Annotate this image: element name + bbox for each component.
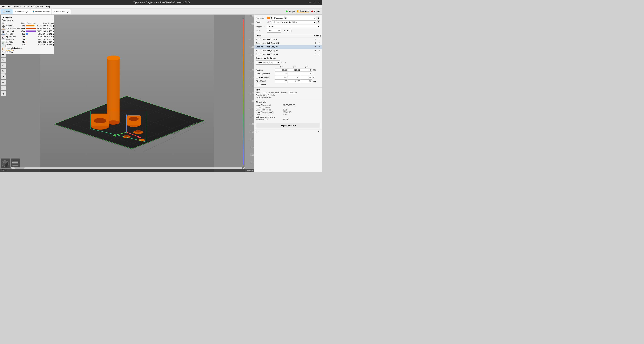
legend-header[interactable]: ▼ Legend <box>2 16 53 18</box>
obj-list-item[interactable]: Spool holder 3mf_Body 03 👁 ↗ <box>254 49 322 52</box>
printer-settings-tab[interactable]: 🖨 Printer Settings <box>52 9 71 14</box>
scale-y-input[interactable] <box>288 76 301 79</box>
h-scrollbar-thumb[interactable] <box>14 167 24 169</box>
y-axis-scale: 92.00 (460) 90.00 85.00 80.00 75.00 70.0… <box>245 14 254 172</box>
sliced-rows: Used Filament (g)19.77 (220.77) (includi… <box>256 104 320 120</box>
obj-list-item[interactable]: Spool holder 3mf_Body 01 👁 ↗ <box>254 37 322 41</box>
menu-help[interactable]: Help <box>45 5 52 8</box>
printer-select[interactable]: Original Prusa MINI & MINI+ <box>272 20 316 24</box>
redo-tool[interactable]: ↪ <box>1 57 6 62</box>
layer-slider[interactable]: ▲ ▼ <box>242 16 245 168</box>
legend-dropdown-icon[interactable]: ▼ <box>51 19 53 21</box>
rotate-tool[interactable]: ↻ <box>1 69 6 74</box>
sliced-value: 15942.12 <box>283 111 291 113</box>
printer-row: Printer: 🖨 🗋 Original Prusa MINI & MINI+… <box>256 20 320 24</box>
obj-eye-icon[interactable]: 👁 <box>314 42 317 44</box>
scale-lock-checkbox[interactable] <box>256 76 258 78</box>
close-button[interactable]: ✕ <box>317 1 321 4</box>
obj-name: Spool holder 3mf_Body 03 <box>256 49 313 51</box>
mode-simple[interactable]: Simple <box>286 10 295 13</box>
position-y-input[interactable] <box>288 68 301 72</box>
scale-x-input[interactable] <box>275 76 288 79</box>
position-z-input[interactable] <box>301 68 312 72</box>
rotate-y-input[interactable] <box>288 72 301 75</box>
inches-checkbox[interactable] <box>258 84 260 86</box>
scale-z-input[interactable] <box>301 76 312 79</box>
obj-edit-icon[interactable]: ↗ <box>318 38 321 41</box>
size-label: Size [World]: <box>256 80 275 82</box>
h-scrollbar[interactable] <box>11 167 245 169</box>
supports-select[interactable]: None <box>267 24 320 28</box>
scroll-right-arrow[interactable]: ▶ <box>242 166 244 169</box>
obj-list-item[interactable]: Spool holder 3mf_Body 03 👁 ↗ <box>254 52 322 56</box>
settings-tool[interactable]: ⚙ <box>1 63 6 68</box>
view-panel[interactable]: ORIGINAL PRUSA MINI <box>0 14 254 172</box>
minimize-button[interactable]: — <box>308 1 312 4</box>
arrange-tool[interactable]: ⊞ <box>1 35 6 40</box>
brim-checkbox[interactable] <box>289 30 292 32</box>
menu-window[interactable]: Window <box>13 5 23 8</box>
coordinate-system-select[interactable]: World coordinates <box>256 60 280 65</box>
scale-tool[interactable]: ⤢ <box>1 74 6 79</box>
print-settings-tab[interactable]: ⚙ Print Settings <box>13 9 30 14</box>
obj-eye-icon[interactable]: 👁 <box>314 38 317 41</box>
obj-name: Spool holder 3mf_Body 01 <box>256 38 313 40</box>
obj-name: Spool holder 3mf_Body 03 <box>256 53 313 55</box>
rotate-z-input[interactable] <box>301 72 312 75</box>
page-indicator: (1) <box>256 131 258 132</box>
obj-eye-icon[interactable]: 👁 <box>314 49 317 52</box>
infill-select[interactable]: 20% <box>267 29 281 32</box>
slider-track[interactable] <box>243 19 244 165</box>
filament-settings-tab[interactable]: 🧵 Filament Settings <box>30 9 52 14</box>
move-tool[interactable]: ✛ <box>1 80 6 85</box>
simple-dot <box>286 10 288 12</box>
sliced-value: 6.63 <box>283 109 287 111</box>
orientation-cube[interactable] <box>1 159 10 168</box>
filament-color-swatch <box>267 17 270 19</box>
sliced-info-row: - normal mode2h33m <box>256 118 320 120</box>
maximize-button[interactable]: □ <box>313 1 316 4</box>
add-object-tool[interactable]: ➕ <box>1 24 6 29</box>
settings-gear-icon[interactable]: ⚙ <box>318 130 320 133</box>
mode-expert[interactable]: Expert <box>311 10 320 13</box>
printer-settings-btn[interactable]: ⚙ <box>316 20 320 24</box>
obj-eye-icon[interactable]: 👁 <box>314 53 317 56</box>
obj-eye-icon[interactable]: 👁 <box>314 45 317 48</box>
obj-list-item[interactable]: Spool holder 3mf_Body 04 2 👁 ↗ <box>254 41 322 45</box>
slider-up-arrow[interactable]: ▲ <box>242 16 244 19</box>
scroll-left-arrow[interactable]: ◀ <box>9 166 11 169</box>
filament-settings-btn[interactable]: ⚙ <box>316 16 320 20</box>
position-x-input[interactable] <box>275 68 288 72</box>
menu-edit[interactable]: Edit <box>6 5 13 8</box>
rotate-x-input[interactable] <box>275 72 288 75</box>
export-gcode-button[interactable]: Export G-code <box>256 123 320 128</box>
obj-edit-icon[interactable]: ↗ <box>318 42 321 44</box>
plater-tab[interactable]: ⬜ Plater <box>1 9 12 14</box>
volume-label: Volume: <box>281 92 288 94</box>
size-y-input[interactable] <box>288 79 301 83</box>
undo-tool[interactable]: ↩ <box>1 52 6 57</box>
filament-select[interactable]: Prusament PLA <box>273 16 316 20</box>
mode-advanced[interactable]: Advanced <box>297 10 309 13</box>
layer-view-toggle[interactable] <box>11 159 20 168</box>
svg-rect-46 <box>12 162 18 163</box>
obj-edit-icon[interactable]: ↗ <box>318 53 321 56</box>
seam-tool[interactable]: ◈ <box>1 91 6 96</box>
menu-file[interactable]: File <box>1 5 6 8</box>
sliced-key: Used Filament (m) <box>256 109 283 111</box>
size-x-input[interactable] <box>275 79 288 83</box>
position-label: Position: <box>256 69 275 71</box>
obj-list-item[interactable]: Spool holder 3mf_Body 04 👁 ↗ <box>254 45 322 49</box>
menu-view[interactable]: View <box>23 5 30 8</box>
z-header: Z ⬜ <box>301 66 312 68</box>
printer-label: Printer: <box>256 21 266 23</box>
menu-configuration[interactable]: Configuration <box>30 5 45 8</box>
manip-header-row: X ⬜ Y ⬜ Z ⬜ <box>256 66 320 68</box>
delete-tool[interactable]: 🗑 <box>1 29 6 34</box>
paste-tool[interactable]: 📋 <box>1 46 6 51</box>
obj-edit-icon[interactable]: ↗ <box>318 49 321 52</box>
copy-tool[interactable]: ⧉ <box>1 41 6 46</box>
size-z-input[interactable] <box>301 79 312 83</box>
obj-edit-icon[interactable]: ↗ <box>318 45 321 48</box>
support-tool[interactable]: ⟂ <box>1 85 6 90</box>
